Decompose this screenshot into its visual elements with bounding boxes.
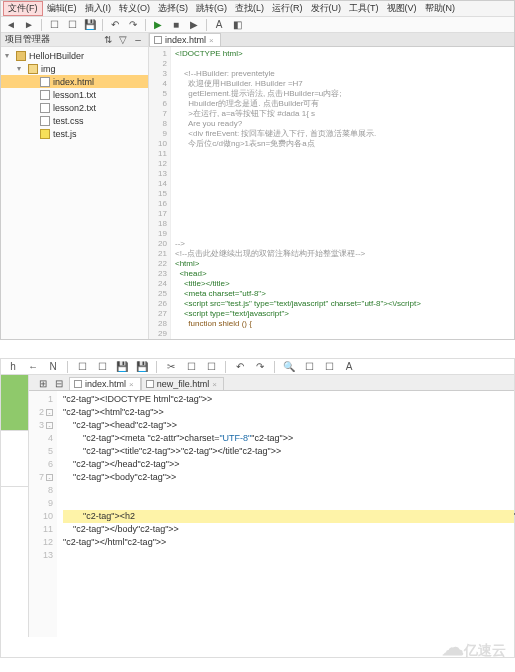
- tree-folder-img[interactable]: ▾img: [1, 62, 148, 75]
- open-icon[interactable]: ☐: [96, 361, 108, 373]
- separator: [67, 361, 68, 373]
- menu-tools[interactable]: 工具(T): [345, 2, 383, 15]
- save-icon[interactable]: 💾: [116, 361, 128, 373]
- tree-file-index[interactable]: index.html: [1, 75, 148, 88]
- back-icon[interactable]: ◄: [5, 19, 17, 31]
- link-icon[interactable]: ⇅: [102, 34, 114, 46]
- menu-find[interactable]: 查找(L): [231, 2, 268, 15]
- nav-icon[interactable]: N: [47, 361, 59, 373]
- tree-file-testcss[interactable]: test.css: [1, 114, 148, 127]
- find-icon[interactable]: 🔍: [283, 361, 295, 373]
- run-icon[interactable]: ▶: [152, 19, 164, 31]
- find-icon[interactable]: A: [213, 19, 225, 31]
- fwd-icon[interactable]: ►: [23, 19, 35, 31]
- side-tab-strip: [1, 375, 29, 637]
- project-explorer: 项目管理器 ⇅ ▽ – ▾HelloHBuilder ▾img index.ht…: [1, 33, 149, 339]
- js-file-icon: [40, 129, 50, 139]
- code-lines-bottom[interactable]: "c2-tag"><!DOCTYPE html"c2-tag">> "c2-ta…: [57, 391, 514, 637]
- undo-icon[interactable]: ↶: [234, 361, 246, 373]
- tree-file-lesson2[interactable]: lesson2.txt: [1, 101, 148, 114]
- menu-view[interactable]: 视图(V): [383, 2, 421, 15]
- menu-select[interactable]: 选择(S): [154, 2, 192, 15]
- separator: [156, 361, 157, 373]
- toolbar-bottom: h ← N ☐ ☐ 💾 💾 ✂ ☐ ☐ ↶ ↷ 🔍 ☐ ☐ A: [1, 359, 514, 375]
- separator: [225, 361, 226, 373]
- home-icon[interactable]: h: [7, 361, 19, 373]
- menu-help[interactable]: 帮助(N): [421, 2, 460, 15]
- folder-open-icon: [28, 64, 38, 74]
- mark-icon[interactable]: ☐: [323, 361, 335, 373]
- css-file-icon: [40, 116, 50, 126]
- html-file-icon: [154, 36, 162, 44]
- tree-file-testjs[interactable]: test.js: [1, 127, 148, 140]
- collapse-icon[interactable]: ▽: [117, 34, 129, 46]
- side-tab[interactable]: [1, 431, 28, 487]
- code-editor-top: index.html × 123456789101112131415161718…: [149, 33, 514, 339]
- menubar: 文件(F) 编辑(E) 插入(I) 转义(O) 选择(S) 跳转(G) 查找(L…: [1, 1, 514, 17]
- new-icon[interactable]: ☐: [76, 361, 88, 373]
- separator: [145, 19, 146, 31]
- undo-icon[interactable]: ↶: [109, 19, 121, 31]
- tab-index-bottom[interactable]: index.html ×: [69, 377, 141, 390]
- font-icon[interactable]: A: [343, 361, 355, 373]
- menu-edit[interactable]: 编辑(E): [43, 2, 81, 15]
- html-file-icon: [40, 77, 50, 87]
- code-area[interactable]: 1234567891011121314151617181920212223242…: [149, 47, 514, 339]
- stop-icon[interactable]: ■: [170, 19, 182, 31]
- menu-run[interactable]: 运行(R): [268, 2, 307, 15]
- menu-insert[interactable]: 插入(I): [81, 2, 116, 15]
- separator: [41, 19, 42, 31]
- folder-icon: [16, 51, 26, 61]
- config-icon[interactable]: ⊟: [53, 378, 65, 390]
- close-icon[interactable]: ×: [129, 380, 134, 389]
- open-icon[interactable]: ☐: [66, 19, 78, 31]
- copy-icon[interactable]: ☐: [185, 361, 197, 373]
- back-icon[interactable]: ←: [27, 361, 39, 373]
- editor-tabs-bottom: ⊞ ⊟ index.html × new_file.html ×: [29, 375, 514, 391]
- line-gutter: 1234567891011121314151617181920212223242…: [149, 47, 171, 339]
- separator: [274, 361, 275, 373]
- txt-file-icon: [40, 103, 50, 113]
- saveall-icon[interactable]: 💾: [136, 361, 148, 373]
- html-file-icon: [74, 380, 82, 388]
- file-tree: ▾HelloHBuilder ▾img index.html lesson1.t…: [1, 47, 148, 142]
- close-icon[interactable]: ×: [209, 36, 214, 45]
- separator: [102, 19, 103, 31]
- sidebar-title: 项目管理器: [5, 33, 50, 46]
- menu-escape[interactable]: 转义(O): [115, 2, 154, 15]
- pin-icon[interactable]: ◧: [231, 19, 243, 31]
- tab-index[interactable]: index.html ×: [149, 33, 221, 46]
- menu-publish[interactable]: 发行(U): [307, 2, 346, 15]
- ide-window-bottom: h ← N ☐ ☐ 💾 💾 ✂ ☐ ☐ ↶ ↷ 🔍 ☐ ☐ A ⊞ ⊟: [0, 358, 515, 658]
- watermark-logo: ☁亿速云: [442, 635, 506, 658]
- save-icon[interactable]: 💾: [84, 19, 96, 31]
- line-gutter-bottom: 12-3-4567-8910111213: [29, 391, 57, 637]
- txt-file-icon: [40, 90, 50, 100]
- ide-window-top: 文件(F) 编辑(E) 插入(I) 转义(O) 选择(S) 跳转(G) 查找(L…: [0, 0, 515, 340]
- expand-icon[interactable]: ⊞: [37, 378, 49, 390]
- menu-file[interactable]: 文件(F): [3, 1, 43, 16]
- minimize-icon[interactable]: –: [132, 34, 144, 46]
- tab-newfile[interactable]: new_file.html ×: [141, 377, 224, 390]
- close-icon[interactable]: ×: [212, 380, 217, 389]
- menu-goto[interactable]: 跳转(G): [192, 2, 231, 15]
- tree-file-lesson1[interactable]: lesson1.txt: [1, 88, 148, 101]
- code-area-bottom[interactable]: 12-3-4567-8910111213 "c2-tag"><!DOCTYPE …: [29, 391, 514, 637]
- separator: [206, 19, 207, 31]
- paste-icon[interactable]: ☐: [205, 361, 217, 373]
- cut-icon[interactable]: ✂: [165, 361, 177, 373]
- redo-icon[interactable]: ↷: [127, 19, 139, 31]
- replace-icon[interactable]: ☐: [303, 361, 315, 373]
- debug-icon[interactable]: ▶: [188, 19, 200, 31]
- html-file-icon: [146, 380, 154, 388]
- toolbar: ◄ ► ☐ ☐ 💾 ↶ ↷ ▶ ■ ▶ A ◧: [1, 17, 514, 33]
- redo-icon[interactable]: ↷: [254, 361, 266, 373]
- code-lines[interactable]: <!DOCTYPE html> <!--HBuilder: preventety…: [171, 47, 514, 339]
- new-icon[interactable]: ☐: [48, 19, 60, 31]
- editor-tabs: index.html ×: [149, 33, 514, 47]
- side-tab-active[interactable]: [1, 375, 28, 431]
- code-editor-bottom: ⊞ ⊟ index.html × new_file.html × 12-3-45…: [29, 375, 514, 637]
- tree-project[interactable]: ▾HelloHBuilder: [1, 49, 148, 62]
